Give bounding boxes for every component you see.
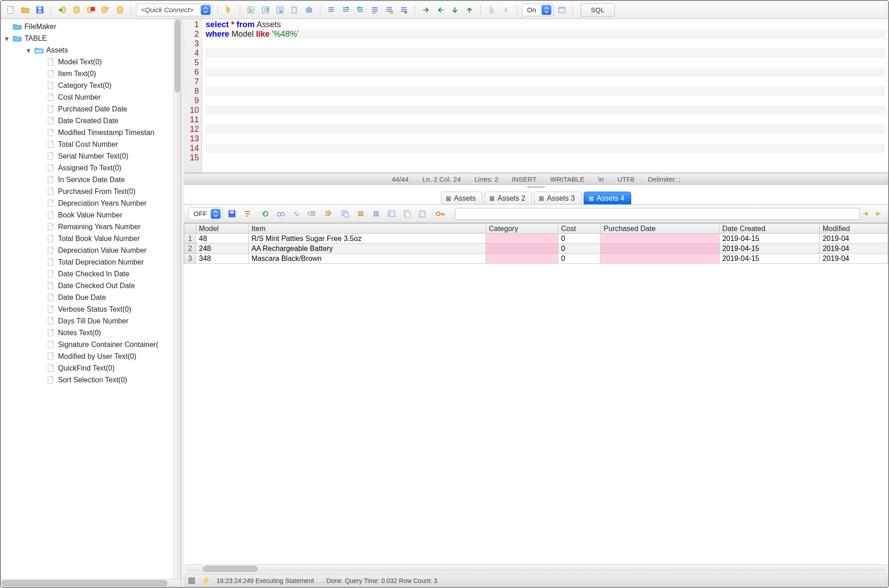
align-6-icon[interactable]: [397, 4, 410, 16]
tree-column-node[interactable]: Depreciation Value Number: [4, 245, 181, 256]
db-new-icon[interactable]: [99, 4, 112, 16]
tree-column-node[interactable]: QuickFind Text(0): [4, 362, 181, 374]
result-search-input[interactable]: [455, 208, 860, 220]
result-tab[interactable]: ⊠Assets 4: [584, 192, 631, 204]
table-cell[interactable]: 348: [196, 254, 249, 264]
tool-2-icon[interactable]: [259, 4, 272, 16]
close-tab-icon[interactable]: ⊠: [489, 195, 495, 202]
tree-column-node[interactable]: Serial Number Text(0): [4, 150, 181, 162]
horizontal-splitter[interactable]: [184, 185, 888, 189]
off-dropdown[interactable]: OFF: [188, 207, 223, 220]
tree-column-node[interactable]: Total Book Value Number: [4, 233, 181, 245]
sidebar-horizontal-scrollbar[interactable]: [1, 579, 181, 587]
export-icon[interactable]: [305, 207, 318, 220]
save-icon[interactable]: [34, 4, 46, 16]
glasses-icon[interactable]: [275, 207, 287, 220]
align-5-icon[interactable]: [383, 4, 396, 16]
import-icon[interactable]: [321, 207, 333, 220]
table-row[interactable]: 3348Mascara Black/Brown02019-04-152019-0…: [184, 254, 888, 264]
link-icon[interactable]: [290, 207, 303, 220]
glove-icon[interactable]: [485, 4, 498, 16]
tool-5-icon[interactable]: [303, 4, 315, 16]
column-header[interactable]: Date Created: [719, 224, 820, 234]
table-cell[interactable]: 0: [558, 234, 601, 244]
db-alt-icon[interactable]: [114, 4, 126, 16]
refresh-icon[interactable]: [259, 207, 272, 220]
tree-column-node[interactable]: Date Created Date: [4, 115, 181, 127]
back-icon[interactable]: [500, 4, 512, 16]
tree-column-node[interactable]: Modified by User Text(0): [4, 351, 181, 362]
open-folder-icon[interactable]: [19, 4, 32, 16]
tree-column-node[interactable]: Date Checked Out Date: [4, 280, 181, 292]
disclosure-open-icon[interactable]: ▼: [4, 35, 10, 42]
db-disconnect-icon[interactable]: [85, 4, 97, 16]
table-cell[interactable]: 0: [558, 244, 601, 254]
arrow-down-icon[interactable]: [449, 4, 461, 16]
editor-code-area[interactable]: select * from Assetswhere Model like '%4…: [202, 19, 888, 173]
column-header[interactable]: Cost: [558, 224, 601, 234]
align-3-icon[interactable]: [354, 4, 367, 16]
tree-db-node[interactable]: FileMaker: [4, 21, 181, 33]
tree-column-node[interactable]: Assigned To Text(0): [4, 162, 181, 174]
tree-column-node[interactable]: Days Till Due Number: [4, 315, 181, 327]
schema-tree[interactable]: FileMaker ▼ TABLE ▼ Assets Model Text(0)…: [1, 19, 181, 579]
tree-column-node[interactable]: Total Cost Number: [4, 139, 181, 150]
execute-icon[interactable]: [222, 4, 235, 16]
save-results-icon[interactable]: [226, 207, 238, 220]
table-cell[interactable]: 0: [558, 254, 601, 264]
close-tab-icon[interactable]: ⊠: [539, 195, 544, 202]
db-icon[interactable]: [70, 4, 83, 16]
search-next-icon[interactable]: [860, 208, 872, 220]
table-row[interactable]: 2248AA Rechargeable Battery02019-04-1520…: [184, 244, 888, 254]
result-tab[interactable]: ⊠Assets 2: [484, 192, 532, 204]
table-cell[interactable]: 2019-04-15: [719, 254, 820, 264]
table-cell[interactable]: Mascara Black/Brown: [248, 254, 486, 264]
close-tab-icon[interactable]: ⊠: [446, 195, 451, 202]
filter-icon[interactable]: [241, 207, 254, 220]
tree-column-node[interactable]: Model Text(0): [4, 56, 181, 68]
table-cell[interactable]: [486, 244, 558, 254]
tool-3-icon[interactable]: [274, 4, 286, 16]
arrow-up-icon[interactable]: [463, 4, 476, 16]
tool-4-icon[interactable]: [288, 4, 301, 16]
new-file-icon[interactable]: [5, 4, 17, 16]
column-header[interactable]: Category: [486, 224, 558, 234]
column-header[interactable]: Modified: [820, 224, 888, 234]
table-row[interactable]: 148R/S Mint Patties Sugar Free 3.5oz0201…: [184, 234, 888, 244]
tree-column-node[interactable]: Date Due Date: [4, 292, 181, 304]
tree-column-node[interactable]: In Service Date Date: [4, 174, 181, 186]
tree-table-node[interactable]: ▼ Assets: [4, 44, 181, 56]
table-cell[interactable]: AA Rechargeable Battery: [248, 244, 486, 254]
sidebar-vertical-scrollbar[interactable]: [174, 19, 181, 579]
result-horizontal-scrollbar[interactable]: [185, 564, 887, 573]
column-header[interactable]: Item: [248, 224, 486, 234]
column-header[interactable]: Purchased Date: [601, 224, 720, 234]
tree-column-node[interactable]: Verbose Status Text(0): [4, 304, 181, 315]
rows-icon[interactable]: [354, 207, 367, 220]
tree-column-node[interactable]: Signature Container Container(: [4, 339, 181, 351]
tree-column-node[interactable]: Cost Number: [4, 92, 181, 103]
table-cell[interactable]: 2019-04-15: [719, 244, 820, 254]
align-2-icon[interactable]: [339, 4, 352, 16]
tree-column-node[interactable]: Notes Text(0): [4, 327, 181, 339]
table-cell[interactable]: [486, 254, 558, 264]
tree-column-node[interactable]: Date Checked In Date: [4, 268, 181, 280]
tree-column-node[interactable]: Remaining Years Number: [4, 221, 181, 233]
result-grid[interactable]: ModelItemCategoryCostPurchased DateDate …: [184, 223, 888, 264]
tree-column-node[interactable]: Modified Timestamp Timestan: [4, 127, 181, 139]
table-cell[interactable]: 248: [196, 244, 249, 254]
sql-editor[interactable]: 123456789101112131415 select * from Asse…: [184, 19, 888, 173]
result-tab[interactable]: ⊠Assets: [441, 192, 483, 204]
db-connect-icon[interactable]: [56, 4, 68, 16]
table-cell[interactable]: 48: [196, 234, 249, 244]
arrow-right-icon[interactable]: [420, 4, 432, 16]
table-cell[interactable]: R/S Mint Patties Sugar Free 3.5oz: [248, 234, 486, 244]
table-cell[interactable]: [601, 234, 720, 244]
tree-column-node[interactable]: Item Text(0): [4, 68, 181, 80]
tree-column-node[interactable]: Sort Selection Text(0): [4, 374, 181, 386]
close-tab-icon[interactable]: ⊠: [589, 195, 594, 202]
columns-icon[interactable]: [370, 207, 382, 220]
disclosure-open-icon[interactable]: ▼: [25, 47, 32, 53]
copy-table-icon[interactable]: [339, 207, 352, 220]
on-off-dropdown[interactable]: On: [522, 4, 554, 16]
